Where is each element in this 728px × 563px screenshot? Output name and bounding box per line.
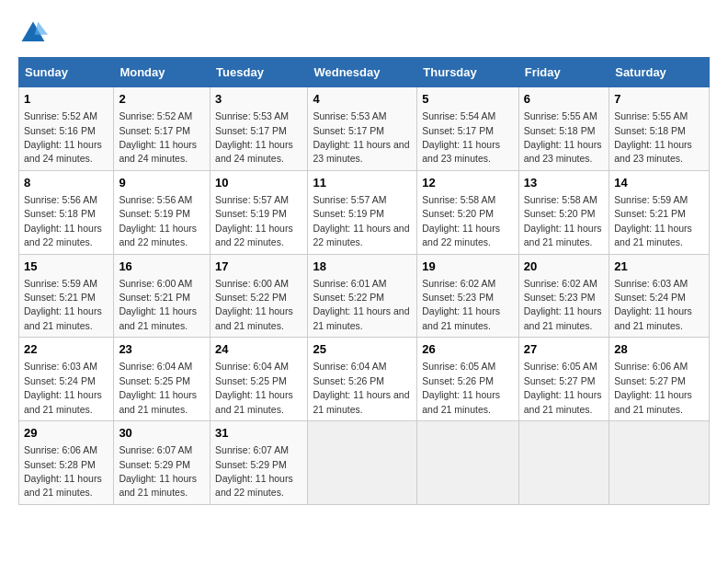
day-number: 23 [119, 341, 205, 358]
day-info: Sunrise: 6:00 AMSunset: 5:21 PMDaylight:… [119, 278, 197, 331]
day-info: Sunrise: 6:06 AMSunset: 5:28 PMDaylight:… [24, 444, 102, 498]
day-info: Sunrise: 6:06 AMSunset: 5:27 PMDaylight:… [614, 361, 692, 414]
day-number: 2 [119, 91, 205, 108]
day-number: 29 [24, 425, 108, 442]
day-info: Sunrise: 5:53 AMSunset: 5:17 PMDaylight:… [313, 110, 409, 164]
day-info: Sunrise: 5:52 AMSunset: 5:17 PMDaylight:… [119, 110, 197, 164]
calendar-cell-0-0: 1Sunrise: 5:52 AMSunset: 5:16 PMDaylight… [19, 87, 114, 171]
calendar-cell-1-1: 9Sunrise: 5:56 AMSunset: 5:19 PMDaylight… [114, 170, 210, 254]
day-number: 7 [614, 91, 704, 108]
logo [18, 18, 51, 48]
day-info: Sunrise: 6:02 AMSunset: 5:23 PMDaylight:… [422, 278, 500, 331]
header-thursday: Thursday [417, 58, 519, 87]
day-number: 3 [215, 91, 302, 108]
logo-icon [18, 18, 48, 48]
day-info: Sunrise: 5:56 AMSunset: 5:18 PMDaylight:… [24, 194, 102, 247]
day-number: 28 [614, 341, 704, 358]
day-number: 14 [614, 175, 704, 191]
calendar-cell-1-0: 8Sunrise: 5:56 AMSunset: 5:18 PMDaylight… [19, 170, 114, 254]
calendar-cell-0-4: 5Sunrise: 5:54 AMSunset: 5:17 PMDaylight… [417, 87, 519, 171]
header-row: Sunday Monday Tuesday Wednesday Thursday… [19, 58, 710, 87]
calendar-cell-2-3: 18Sunrise: 6:01 AMSunset: 5:22 PMDayligh… [308, 254, 417, 338]
calendar-cell-0-6: 7Sunrise: 5:55 AMSunset: 5:18 PMDaylight… [609, 87, 710, 171]
calendar-cell-2-1: 16Sunrise: 6:00 AMSunset: 5:21 PMDayligh… [114, 254, 210, 338]
day-number: 22 [24, 341, 108, 358]
day-info: Sunrise: 5:54 AMSunset: 5:17 PMDaylight:… [422, 110, 500, 164]
day-number: 19 [422, 259, 514, 275]
day-info: Sunrise: 6:04 AMSunset: 5:25 PMDaylight:… [119, 361, 197, 414]
day-info: Sunrise: 5:59 AMSunset: 5:21 PMDaylight:… [614, 194, 692, 247]
day-info: Sunrise: 6:01 AMSunset: 5:22 PMDaylight:… [313, 278, 409, 331]
calendar-cell-4-2: 31Sunrise: 6:07 AMSunset: 5:29 PMDayligh… [210, 421, 308, 505]
day-number: 13 [524, 175, 604, 191]
day-number: 24 [215, 341, 302, 358]
week-row-3: 15Sunrise: 5:59 AMSunset: 5:21 PMDayligh… [19, 254, 710, 338]
calendar-cell-1-3: 11Sunrise: 5:57 AMSunset: 5:19 PMDayligh… [308, 170, 417, 254]
header-saturday: Saturday [609, 58, 710, 87]
calendar-cell-4-1: 30Sunrise: 6:07 AMSunset: 5:29 PMDayligh… [114, 421, 210, 505]
day-info: Sunrise: 6:03 AMSunset: 5:24 PMDaylight:… [614, 278, 692, 331]
day-number: 11 [313, 175, 412, 191]
day-number: 4 [313, 91, 412, 108]
header-friday: Friday [518, 58, 609, 87]
day-number: 9 [119, 175, 205, 191]
calendar-cell-2-5: 20Sunrise: 6:02 AMSunset: 5:23 PMDayligh… [518, 254, 609, 338]
calendar-cell-0-3: 4Sunrise: 5:53 AMSunset: 5:17 PMDaylight… [308, 87, 417, 171]
calendar-cell-4-3 [308, 421, 417, 505]
day-number: 30 [119, 425, 205, 442]
calendar-cell-4-6 [609, 421, 710, 505]
day-info: Sunrise: 5:57 AMSunset: 5:19 PMDaylight:… [215, 194, 293, 247]
day-info: Sunrise: 5:53 AMSunset: 5:17 PMDaylight:… [215, 110, 293, 164]
day-number: 27 [524, 341, 604, 358]
calendar-cell-3-3: 25Sunrise: 6:04 AMSunset: 5:26 PMDayligh… [308, 338, 417, 421]
calendar-cell-2-6: 21Sunrise: 6:03 AMSunset: 5:24 PMDayligh… [609, 254, 710, 338]
day-number: 1 [24, 91, 108, 108]
day-number: 26 [422, 341, 514, 358]
day-info: Sunrise: 5:58 AMSunset: 5:20 PMDaylight:… [422, 194, 500, 247]
calendar-cell-3-6: 28Sunrise: 6:06 AMSunset: 5:27 PMDayligh… [609, 338, 710, 421]
calendar-cell-1-5: 13Sunrise: 5:58 AMSunset: 5:20 PMDayligh… [518, 170, 609, 254]
week-row-5: 29Sunrise: 6:06 AMSunset: 5:28 PMDayligh… [19, 421, 710, 505]
day-info: Sunrise: 6:07 AMSunset: 5:29 PMDaylight:… [119, 444, 197, 498]
day-number: 18 [313, 259, 412, 275]
calendar-cell-3-0: 22Sunrise: 6:03 AMSunset: 5:24 PMDayligh… [19, 338, 114, 421]
day-number: 8 [24, 175, 108, 191]
day-number: 5 [422, 91, 514, 108]
calendar-cell-2-4: 19Sunrise: 6:02 AMSunset: 5:23 PMDayligh… [417, 254, 519, 338]
day-info: Sunrise: 5:58 AMSunset: 5:20 PMDaylight:… [524, 194, 602, 247]
day-info: Sunrise: 5:52 AMSunset: 5:16 PMDaylight:… [24, 110, 102, 164]
header-wednesday: Wednesday [308, 58, 417, 87]
day-info: Sunrise: 5:55 AMSunset: 5:18 PMDaylight:… [614, 110, 692, 164]
week-row-4: 22Sunrise: 6:03 AMSunset: 5:24 PMDayligh… [19, 338, 710, 421]
week-row-2: 8Sunrise: 5:56 AMSunset: 5:18 PMDaylight… [19, 170, 710, 254]
svg-marker-1 [35, 22, 48, 35]
day-number: 31 [215, 425, 302, 442]
calendar-cell-1-4: 12Sunrise: 5:58 AMSunset: 5:20 PMDayligh… [417, 170, 519, 254]
calendar-cell-3-1: 23Sunrise: 6:04 AMSunset: 5:25 PMDayligh… [114, 338, 210, 421]
day-number: 20 [524, 259, 604, 275]
page-header [18, 18, 710, 48]
calendar-table: Sunday Monday Tuesday Wednesday Thursday… [18, 57, 710, 505]
day-info: Sunrise: 6:05 AMSunset: 5:26 PMDaylight:… [422, 361, 500, 414]
day-number: 16 [119, 259, 205, 275]
day-info: Sunrise: 6:04 AMSunset: 5:25 PMDaylight:… [215, 361, 293, 414]
calendar-cell-0-2: 3Sunrise: 5:53 AMSunset: 5:17 PMDaylight… [210, 87, 308, 171]
calendar-cell-2-2: 17Sunrise: 6:00 AMSunset: 5:22 PMDayligh… [210, 254, 308, 338]
calendar-cell-1-6: 14Sunrise: 5:59 AMSunset: 5:21 PMDayligh… [609, 170, 710, 254]
day-info: Sunrise: 6:04 AMSunset: 5:26 PMDaylight:… [313, 361, 409, 414]
calendar-cell-0-1: 2Sunrise: 5:52 AMSunset: 5:17 PMDaylight… [114, 87, 210, 171]
header-sunday: Sunday [19, 58, 114, 87]
day-number: 15 [24, 259, 108, 275]
day-info: Sunrise: 5:57 AMSunset: 5:19 PMDaylight:… [313, 194, 409, 247]
day-info: Sunrise: 6:05 AMSunset: 5:27 PMDaylight:… [524, 361, 602, 414]
day-info: Sunrise: 6:07 AMSunset: 5:29 PMDaylight:… [215, 444, 293, 498]
calendar-cell-2-0: 15Sunrise: 5:59 AMSunset: 5:21 PMDayligh… [19, 254, 114, 338]
calendar-cell-4-0: 29Sunrise: 6:06 AMSunset: 5:28 PMDayligh… [19, 421, 114, 505]
calendar-cell-3-4: 26Sunrise: 6:05 AMSunset: 5:26 PMDayligh… [417, 338, 519, 421]
day-info: Sunrise: 5:59 AMSunset: 5:21 PMDaylight:… [24, 278, 102, 331]
day-info: Sunrise: 5:56 AMSunset: 5:19 PMDaylight:… [119, 194, 197, 247]
calendar-cell-1-2: 10Sunrise: 5:57 AMSunset: 5:19 PMDayligh… [210, 170, 308, 254]
header-monday: Monday [114, 58, 210, 87]
day-info: Sunrise: 6:02 AMSunset: 5:23 PMDaylight:… [524, 278, 602, 331]
calendar-cell-3-5: 27Sunrise: 6:05 AMSunset: 5:27 PMDayligh… [518, 338, 609, 421]
